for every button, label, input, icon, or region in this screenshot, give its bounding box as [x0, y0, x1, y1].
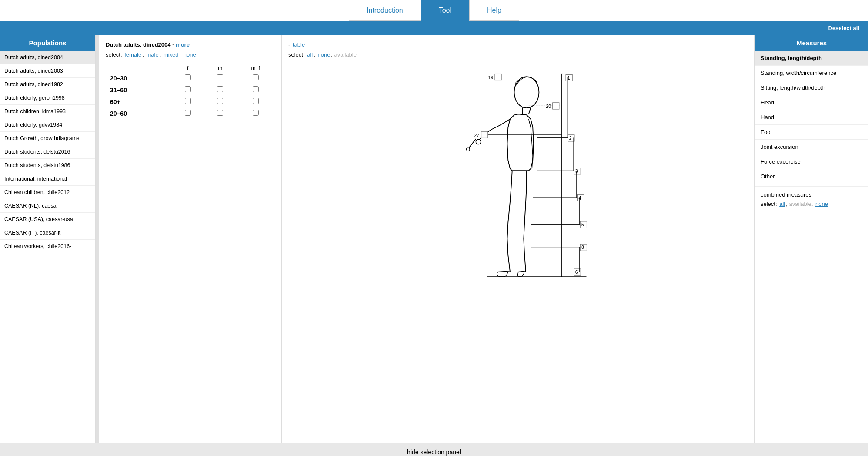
population-item[interactable]: Dutch adults, dined2003	[0, 64, 95, 78]
measure-item[interactable]: Force excercise	[755, 154, 868, 169]
checkbox-2060-m[interactable]	[217, 110, 223, 116]
age-select-prefix: select:	[106, 51, 124, 58]
age-selection-panel: Dutch adults, dined2004 - more select: f…	[99, 35, 282, 443]
scroll-divider	[96, 35, 99, 443]
measure-item[interactable]: Standing, width/circumference	[755, 66, 868, 80]
checkbox-2060-f[interactable]	[185, 110, 191, 116]
select-all-diagram[interactable]: all	[307, 51, 313, 58]
checkbox-3160-m[interactable]	[217, 86, 223, 92]
combined-select-available: available	[789, 201, 811, 207]
age-range-label: 60+	[106, 96, 171, 107]
age-col-f: f	[171, 64, 204, 72]
population-item[interactable]: Dutch elderly, gdvv1984	[0, 118, 95, 132]
diagram-select-prefix: select:	[288, 51, 306, 58]
table-row: 20–60	[106, 107, 275, 119]
combined-select-none[interactable]: none	[815, 201, 828, 207]
population-item[interactable]: Dutch adults, dined1982	[0, 78, 95, 91]
combined-label: combined measures	[761, 191, 863, 198]
checkbox-cell	[204, 107, 237, 119]
measures-header: Measures	[755, 35, 868, 51]
checkbox-cell	[204, 84, 237, 96]
svg-point-5	[466, 148, 470, 151]
measures-combined: combined measures select: all, available…	[755, 186, 868, 211]
tab-help[interactable]: Help	[469, 0, 519, 21]
svg-text:19: 19	[488, 75, 493, 80]
svg-text:8: 8	[581, 245, 584, 250]
table-row: 60+	[106, 96, 275, 107]
checkbox-2030-m[interactable]	[217, 74, 223, 80]
measure-item[interactable]: Hand	[755, 110, 868, 125]
dataset-name: Dutch adults, dined2004 -	[106, 41, 176, 48]
checkbox-60-m[interactable]	[217, 98, 223, 104]
population-item[interactable]: Dutch Growth, growthdiagrams	[0, 132, 95, 145]
measure-item[interactable]: Foot	[755, 125, 868, 140]
checkbox-cell	[171, 96, 204, 107]
checkbox-3160-mf[interactable]	[253, 86, 259, 92]
measure-item[interactable]: Joint excursion	[755, 140, 868, 154]
populations-panel: Populations Dutch adults, dined2004Dutch…	[0, 35, 96, 443]
checkbox-cell	[171, 72, 204, 84]
svg-rect-16	[481, 131, 487, 138]
select-female[interactable]: female	[124, 51, 141, 58]
svg-line-2	[528, 107, 531, 114]
table-row: 31–60	[106, 84, 275, 96]
measure-item[interactable]: Other	[755, 169, 868, 184]
age-select-line: select: female, male, mixed, none	[106, 51, 275, 58]
measures-list: Standing, length/depthStanding, width/ci…	[755, 51, 868, 184]
population-item[interactable]: CAESAR (NL), caesar	[0, 199, 95, 213]
population-item[interactable]: Dutch students, delstu1986	[0, 159, 95, 172]
dataset-title: Dutch adults, dined2004 - more	[106, 41, 275, 48]
diagram-select-line: - table	[288, 41, 748, 48]
body-diagram-svg: 19 20 27 1 2 3	[436, 61, 601, 301]
svg-text:1: 1	[567, 76, 570, 80]
measures-panel: Measures Standing, length/depthStanding,…	[755, 35, 868, 443]
top-navigation: Introduction Tool Help	[0, 0, 868, 21]
population-item[interactable]: CAESAR (USA), caesar-usa	[0, 213, 95, 226]
measure-item[interactable]: Head	[755, 95, 868, 110]
population-item[interactable]: Dutch adults, dined2004	[0, 51, 95, 64]
more-link[interactable]: more	[176, 41, 190, 48]
checkbox-60-f[interactable]	[185, 98, 191, 104]
header-bar: Deselect all	[0, 21, 868, 35]
svg-text:20: 20	[546, 104, 551, 109]
tab-tool[interactable]: Tool	[421, 0, 469, 21]
select-male[interactable]: male	[146, 51, 158, 58]
checkbox-2030-mf[interactable]	[253, 74, 259, 80]
main-layout: Populations Dutch adults, dined2004Dutch…	[0, 35, 868, 443]
population-item[interactable]: CAESAR (IT), caesar-it	[0, 226, 95, 240]
measure-item[interactable]: Sitting, length/width/depth	[755, 80, 868, 95]
combined-select-all[interactable]: all	[779, 201, 785, 207]
diagram-table-prefix: -	[288, 41, 292, 48]
select-mixed[interactable]: mixed	[164, 51, 179, 58]
combined-select-prefix: select:	[761, 201, 778, 207]
checkbox-cell	[171, 107, 204, 119]
select-none-diagram[interactable]: none	[317, 51, 330, 58]
population-item[interactable]: Chilean children, chile2012	[0, 186, 95, 199]
population-item[interactable]: Dutch elderly, geron1998	[0, 91, 95, 105]
age-range-label: 31–60	[106, 84, 171, 96]
population-item[interactable]: Dutch students, delstu2016	[0, 145, 95, 159]
svg-text:27: 27	[474, 133, 479, 138]
checkbox-3160-f[interactable]	[185, 86, 191, 92]
checkbox-2030-f[interactable]	[185, 74, 191, 80]
checkbox-60-mf[interactable]	[253, 98, 259, 104]
populations-header: Populations	[0, 35, 95, 51]
diagram-panel: - table select: all, none, available	[282, 35, 755, 443]
measure-item[interactable]: Standing, length/depth	[755, 51, 868, 66]
population-item[interactable]: Dutch children, kima1993	[0, 105, 95, 118]
age-col-mf: m+f	[236, 64, 275, 72]
table-row: 20–30	[106, 72, 275, 84]
population-item[interactable]: International, international	[0, 172, 95, 186]
diagram-select-options: select: all, none, available	[288, 51, 748, 58]
tab-introduction[interactable]: Introduction	[349, 0, 421, 21]
svg-line-4	[469, 139, 476, 148]
hide-selection-panel-button[interactable]: hide selection panel	[0, 443, 868, 456]
select-none[interactable]: none	[184, 51, 196, 58]
checkbox-cell	[204, 96, 237, 107]
combined-select-line: select: all, available, none	[761, 201, 863, 207]
checkbox-2060-mf[interactable]	[253, 110, 259, 116]
deselect-all-button[interactable]: Deselect all	[828, 25, 859, 31]
checkbox-cell	[204, 72, 237, 84]
table-link[interactable]: table	[293, 41, 305, 48]
population-item[interactable]: Chilean workers, chile2016-	[0, 240, 95, 253]
